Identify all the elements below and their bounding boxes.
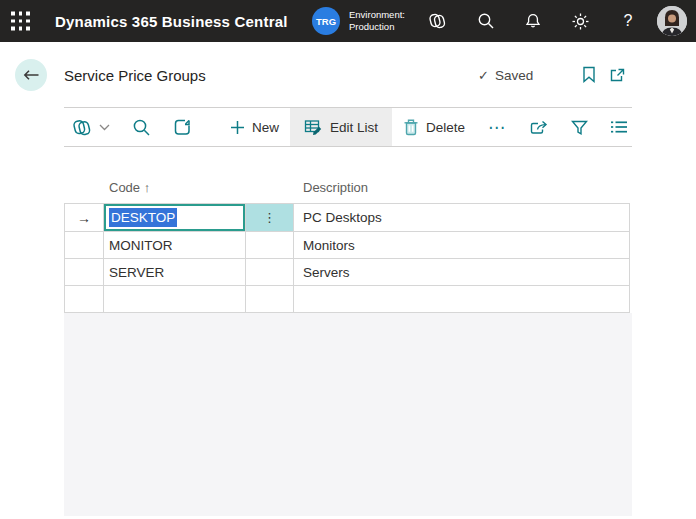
settings-gear-icon[interactable] xyxy=(569,10,591,32)
user-avatar[interactable] xyxy=(657,6,687,36)
edit-list-icon xyxy=(304,119,323,136)
sort-ascending-icon: ↑ xyxy=(140,180,150,195)
delete-button[interactable]: Delete xyxy=(392,108,476,146)
row-indicator: → xyxy=(65,204,104,231)
column-header-description[interactable]: Description xyxy=(294,180,632,195)
table-row xyxy=(65,285,629,312)
trash-icon xyxy=(403,118,419,136)
open-in-new-window-icon[interactable] xyxy=(607,65,627,85)
back-button[interactable] xyxy=(15,59,47,91)
save-status: ✓ Saved xyxy=(478,67,533,82)
cell-menu-button[interactable]: ⋮ xyxy=(246,204,294,231)
new-button-label: New xyxy=(252,120,279,135)
active-cell-editor[interactable]: DESKTOP xyxy=(104,204,245,231)
bookmark-icon[interactable] xyxy=(579,65,599,85)
edit-list-button[interactable]: Edit List xyxy=(290,108,392,146)
selected-cell-text: DESKTOP xyxy=(109,208,177,227)
page-header: Service Price Groups ✓ Saved xyxy=(0,42,696,107)
code-cell[interactable] xyxy=(104,286,246,312)
environment-name: Production xyxy=(349,21,405,33)
description-cell[interactable]: Monitors xyxy=(294,232,629,258)
choose-columns-icon[interactable] xyxy=(599,108,639,146)
action-toolbar: New Edit List Delete ⋯ xyxy=(64,107,632,147)
table-row: MONITOR Monitors xyxy=(65,231,629,258)
share-icon[interactable] xyxy=(518,108,560,146)
chevron-down-icon xyxy=(99,124,110,131)
table-row: → DESKTOP ⋮ PC Desktops xyxy=(65,204,629,231)
environment-info: Environment: Production xyxy=(349,9,405,33)
edit-list-button-label: Edit List xyxy=(330,120,378,135)
save-status-label: Saved xyxy=(495,67,533,82)
more-options-button[interactable]: ⋯ xyxy=(476,108,518,146)
code-cell-edit[interactable]: DESKTOP xyxy=(104,204,246,231)
table-row: SERVER Servers xyxy=(65,258,629,285)
service-price-groups-table: → DESKTOP ⋮ PC Desktops MONITOR Monitors… xyxy=(64,203,630,313)
cell-menu-placeholder xyxy=(246,232,294,258)
column-header-code[interactable]: Code ↑ xyxy=(104,180,246,195)
plus-icon xyxy=(230,120,245,135)
code-cell[interactable]: MONITOR xyxy=(104,232,246,258)
environment-label: Environment: xyxy=(349,9,405,21)
notifications-icon[interactable] xyxy=(522,10,544,32)
app-title[interactable]: Dynamics 365 Business Central xyxy=(55,13,288,30)
cell-menu-placeholder xyxy=(246,259,294,285)
page-title: Service Price Groups xyxy=(64,66,206,83)
copilot-dropdown-button[interactable] xyxy=(64,108,121,146)
description-cell[interactable]: Servers xyxy=(294,259,629,285)
row-indicator xyxy=(65,259,104,285)
description-cell[interactable] xyxy=(294,286,629,312)
app-launcher-icon[interactable] xyxy=(10,11,31,32)
description-cell[interactable]: PC Desktops xyxy=(294,204,629,231)
analysis-mode-icon[interactable] xyxy=(162,108,203,146)
row-indicator xyxy=(65,232,104,258)
filter-icon[interactable] xyxy=(560,108,599,146)
cell-menu-placeholder xyxy=(246,286,294,312)
toolbar-search-icon[interactable] xyxy=(121,108,162,146)
top-bar: Dynamics 365 Business Central TRG Enviro… xyxy=(0,0,696,42)
environment-badge[interactable]: TRG xyxy=(312,7,340,35)
dynamics-apps-icon[interactable] xyxy=(426,10,448,32)
content-backdrop xyxy=(64,313,632,516)
grid-column-headers: Code ↑ Description xyxy=(64,147,632,203)
row-indicator xyxy=(65,286,104,312)
search-icon[interactable] xyxy=(475,10,497,32)
new-button[interactable]: New xyxy=(219,108,290,146)
code-cell[interactable]: SERVER xyxy=(104,259,246,285)
delete-button-label: Delete xyxy=(426,120,465,135)
check-icon: ✓ xyxy=(478,67,489,82)
help-icon[interactable]: ? xyxy=(617,10,639,32)
